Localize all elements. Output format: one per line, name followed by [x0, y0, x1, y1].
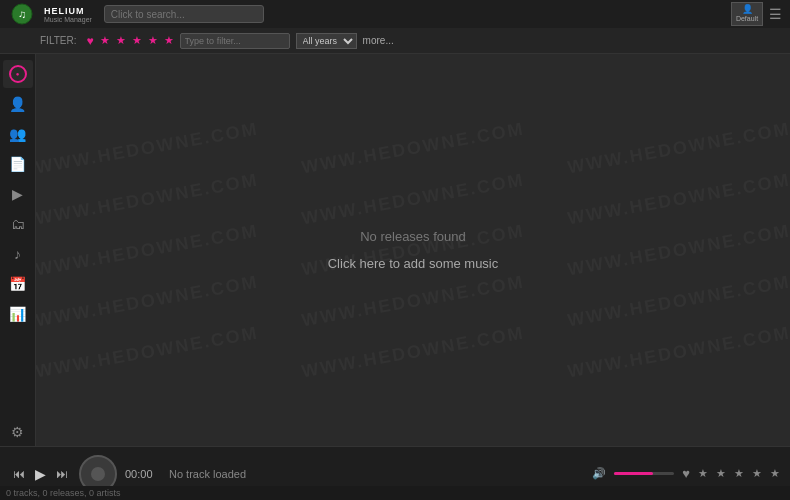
track-info: No track loaded [169, 468, 584, 480]
add-music-button[interactable]: Click here to add some music [328, 256, 499, 271]
default-icon: 👤 [742, 5, 753, 15]
sidebar-item-stats[interactable]: 📊 [3, 300, 33, 328]
settings-icon: ⚙ [11, 424, 24, 440]
stats-icon: 📊 [9, 306, 26, 322]
player-star-4[interactable]: ★ [752, 467, 762, 480]
album-art-disc [91, 467, 105, 481]
sidebar: ● 👤 👥 📄 ▶ 🗂 ♪ 📅 📊 ⚙ [0, 54, 36, 446]
archive-icon: 🗂 [11, 216, 25, 232]
status-text: 0 tracks, 0 releases, 0 artists [6, 488, 121, 498]
releases-icon: ● [9, 65, 27, 83]
status-bar: 0 tracks, 0 releases, 0 artists [0, 486, 790, 500]
filter-star-3[interactable]: ★ [132, 34, 142, 47]
music-icon: ♪ [14, 246, 21, 262]
sidebar-item-contacts[interactable]: 👥 [3, 120, 33, 148]
app-name-block: HELIUM Music Manager [44, 6, 92, 23]
watermark-container: WWW.HEDOWNE.COM WWW.HEDOWNE.COM WWW.HEDO… [36, 54, 790, 446]
time-display: 00:00 [125, 468, 161, 480]
volume-fill [614, 472, 653, 475]
player-heart-icon[interactable]: ♥ [682, 466, 690, 481]
default-label: Default [736, 15, 758, 23]
year-select[interactable]: All years 2024 2023 2022 [296, 33, 357, 49]
app-logo: ♫ [8, 0, 36, 28]
svg-text:♫: ♫ [18, 8, 26, 20]
filter-star-1[interactable]: ★ [100, 34, 110, 47]
search-input[interactable] [104, 5, 264, 23]
content-area: WWW.HEDOWNE.COM WWW.HEDOWNE.COM WWW.HEDO… [36, 54, 790, 446]
player-right-controls: 🔊 ♥ ★ ★ ★ ★ ★ [592, 466, 780, 481]
sidebar-item-calendar[interactable]: 📅 [3, 270, 33, 298]
no-releases-text: No releases found [360, 229, 466, 244]
player-star-5[interactable]: ★ [770, 467, 780, 480]
default-button[interactable]: 👤 Default [731, 2, 763, 26]
filter-heart-icon[interactable]: ♥ [86, 34, 93, 48]
filter-star-5[interactable]: ★ [164, 34, 174, 47]
filter-bar: FILTER: ♥ ★ ★ ★ ★ ★ All years 2024 2023 … [0, 28, 790, 54]
skip-forward-button[interactable]: ⏭ [53, 465, 71, 483]
player-star-1[interactable]: ★ [698, 467, 708, 480]
top-bar: ♫ HELIUM Music Manager 👤 Default ☰ [0, 0, 790, 28]
filter-text-input[interactable] [180, 33, 290, 49]
sidebar-item-releases[interactable]: ● [3, 60, 33, 88]
sidebar-item-artists[interactable]: 👤 [3, 90, 33, 118]
main-layout: ● 👤 👥 📄 ▶ 🗂 ♪ 📅 📊 ⚙ [0, 54, 790, 446]
contacts-icon: 👥 [9, 126, 26, 142]
more-filters-link[interactable]: more... [363, 35, 394, 46]
filter-star-4[interactable]: ★ [148, 34, 158, 47]
layers-icon[interactable]: ☰ [769, 6, 782, 22]
sidebar-item-archive[interactable]: 🗂 [3, 210, 33, 238]
app-subtitle: Music Manager [44, 16, 92, 23]
filter-label: FILTER: [40, 35, 76, 46]
transport-controls: ⏮ ▶ ⏭ [10, 464, 71, 484]
play-button[interactable]: ▶ [32, 464, 49, 484]
filter-star-2[interactable]: ★ [116, 34, 126, 47]
calendar-icon: 📅 [9, 276, 26, 292]
documents-icon: 📄 [9, 156, 26, 172]
skip-back-button[interactable]: ⏮ [10, 465, 28, 483]
sidebar-item-settings[interactable]: ⚙ [3, 418, 33, 446]
player-star-3[interactable]: ★ [734, 467, 744, 480]
top-right-controls: 👤 Default ☰ [731, 2, 782, 26]
video-icon: ▶ [12, 186, 23, 202]
volume-icon: 🔊 [592, 467, 606, 480]
app-logo-icon: ♫ [11, 3, 33, 25]
sidebar-item-video[interactable]: ▶ [3, 180, 33, 208]
volume-bar[interactable] [614, 472, 674, 475]
app-title: HELIUM [44, 6, 92, 16]
sidebar-item-music[interactable]: ♪ [3, 240, 33, 268]
sidebar-item-documents[interactable]: 📄 [3, 150, 33, 178]
player-star-2[interactable]: ★ [716, 467, 726, 480]
artists-icon: 👤 [9, 96, 26, 112]
